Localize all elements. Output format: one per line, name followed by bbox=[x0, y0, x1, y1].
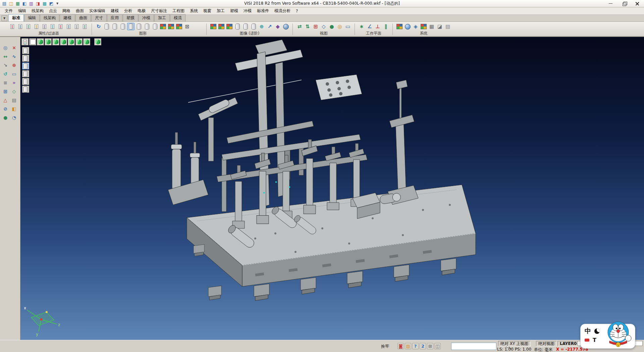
dock-tool-icon[interactable]: ◔ bbox=[10, 114, 18, 122]
dock-tool-icon[interactable]: ⊕ bbox=[10, 61, 18, 69]
ribbon-icon[interactable] bbox=[226, 23, 233, 30]
ribbon-icon[interactable]: ∗ bbox=[358, 23, 365, 30]
ribbon-icon[interactable]: ⊠ bbox=[183, 23, 191, 30]
menu-item[interactable]: 文件 bbox=[2, 7, 15, 14]
ribbon-icon[interactable] bbox=[33, 23, 40, 30]
layer-status[interactable]: LAYER0 bbox=[557, 341, 579, 346]
quick-access-icon[interactable]: ◨ bbox=[35, 1, 41, 7]
quick-access-icon[interactable]: ◫ bbox=[8, 1, 14, 7]
ribbon-icon[interactable] bbox=[175, 23, 183, 30]
ribbon-tab[interactable]: 编辑 bbox=[24, 14, 40, 21]
ribbon-icon[interactable]: ● bbox=[328, 23, 335, 30]
view-cube-icon[interactable] bbox=[94, 38, 101, 45]
ribbon-icon[interactable]: ◪ bbox=[436, 23, 443, 30]
menu-item[interactable]: 冲模 bbox=[241, 7, 254, 14]
ribbon-icon[interactable]: ▭ bbox=[344, 23, 352, 30]
model-tool-icon[interactable] bbox=[22, 55, 29, 62]
chevron-down-icon[interactable]: ▼ bbox=[55, 2, 60, 5]
view-cube-icon[interactable] bbox=[52, 38, 59, 45]
view-cube-icon[interactable] bbox=[83, 38, 90, 45]
ribbon-icon[interactable] bbox=[81, 23, 89, 30]
ribbon-icon[interactable] bbox=[396, 23, 403, 30]
ribbon-icon[interactable]: ⊕ bbox=[258, 23, 265, 30]
menu-item[interactable]: 编辑 bbox=[15, 7, 29, 14]
moon-icon[interactable] bbox=[594, 328, 600, 334]
menu-item[interactable]: 曲面 bbox=[73, 7, 87, 14]
menu-item[interactable]: ? bbox=[293, 8, 301, 14]
menu-item[interactable]: 标准件 bbox=[254, 7, 272, 14]
dock-tool-icon[interactable]: ∿ bbox=[10, 52, 18, 60]
ribbon-icon[interactable] bbox=[25, 23, 32, 30]
menu-item[interactable]: 分析 bbox=[121, 7, 135, 14]
dock-tool-icon[interactable]: ▭ bbox=[10, 70, 18, 78]
ribbon-tab[interactable]: 加工 bbox=[154, 14, 170, 21]
workplane-status[interactable]: 绝对 XY 上视图 bbox=[498, 341, 531, 346]
menu-item[interactable]: 实体编辑 bbox=[87, 7, 108, 14]
ribbon-tab[interactable]: 冲模 bbox=[139, 14, 154, 21]
view-cube-icon[interactable] bbox=[29, 38, 36, 45]
ribbon-icon[interactable] bbox=[218, 23, 225, 30]
model-tool-icon[interactable] bbox=[22, 70, 29, 77]
ribbon-icon[interactable]: ◎ bbox=[336, 23, 343, 30]
ime-text-tool[interactable]: T bbox=[593, 337, 596, 343]
minimize-button[interactable] bbox=[604, 0, 617, 7]
ribbon-tab[interactable]: 尺寸 bbox=[91, 14, 107, 21]
ribbon-icon[interactable] bbox=[151, 23, 159, 30]
dock-tool-icon[interactable]: ≡ bbox=[1, 79, 9, 87]
ime-language-toggle[interactable]: 中 bbox=[585, 327, 591, 336]
ribbon-icon[interactable]: ↗ bbox=[266, 23, 273, 30]
menu-item[interactable]: 模流分析 bbox=[272, 7, 293, 14]
ribbon-icon[interactable] bbox=[210, 23, 217, 30]
dock-tool-icon[interactable]: ● bbox=[1, 114, 9, 122]
ribbon-icon[interactable] bbox=[135, 23, 143, 30]
ribbon-icon[interactable] bbox=[73, 23, 80, 30]
menu-item[interactable]: 建模 bbox=[108, 7, 121, 14]
ribbon-icon[interactable]: ◆ bbox=[274, 23, 281, 30]
quick-access-icon[interactable]: ◩ bbox=[48, 1, 54, 7]
view-cube-icon[interactable] bbox=[37, 38, 44, 45]
ribbon-icon[interactable] bbox=[420, 23, 427, 30]
ribbon-icon[interactable]: ⊞ bbox=[312, 23, 319, 30]
ribbon-icon[interactable] bbox=[49, 23, 56, 30]
menu-item[interactable]: 系统 bbox=[187, 7, 201, 14]
quick-access-icon[interactable]: ◧ bbox=[21, 1, 28, 7]
view-cube-icon[interactable] bbox=[21, 38, 29, 45]
ribbon-icon[interactable] bbox=[404, 23, 411, 30]
menu-item[interactable]: 工程图 bbox=[170, 7, 187, 14]
view-cube-icon[interactable] bbox=[60, 38, 67, 45]
dock-tool-icon[interactable]: △ bbox=[1, 96, 9, 104]
ribbon-icon[interactable] bbox=[65, 23, 72, 30]
ribbon-icon[interactable] bbox=[167, 23, 175, 30]
model-tool-icon[interactable] bbox=[22, 47, 29, 54]
model-tool-icon[interactable] bbox=[22, 86, 29, 93]
ribbon-tab[interactable]: 塑膜 bbox=[123, 14, 138, 21]
ribbon-icon[interactable]: ↻ bbox=[95, 23, 102, 30]
ribbon-icon[interactable] bbox=[103, 23, 110, 30]
viewport-3d[interactable]: x y z bbox=[20, 37, 644, 340]
ribbon-icon[interactable]: ▨ bbox=[444, 23, 451, 30]
model-tool-icon[interactable] bbox=[22, 78, 29, 85]
view-status[interactable]: 绝对视图 bbox=[536, 341, 557, 346]
dock-tool-icon[interactable]: ▤ bbox=[10, 96, 18, 104]
model-tool-icon[interactable] bbox=[22, 62, 29, 70]
ime-tool-icon[interactable] bbox=[585, 339, 589, 342]
ribbon-icon[interactable]: ⇄ bbox=[296, 23, 303, 30]
view-cube-icon[interactable] bbox=[68, 38, 75, 45]
ribbon-tab[interactable]: 应用 bbox=[107, 14, 122, 21]
ribbon-icon[interactable]: ∥ bbox=[382, 23, 389, 30]
status-tool-icon[interactable]: ? bbox=[412, 343, 419, 349]
dock-tool-icon[interactable]: ◎ bbox=[1, 44, 9, 52]
ribbon-icon[interactable] bbox=[17, 23, 24, 30]
ribbon-icon[interactable] bbox=[41, 23, 48, 30]
ribbon-icon[interactable] bbox=[159, 23, 167, 30]
ribbon-tab[interactable]: 线架构 bbox=[40, 14, 59, 21]
ribbon-icon[interactable] bbox=[242, 23, 249, 30]
ribbon-icon[interactable]: ⊥ bbox=[374, 23, 381, 30]
close-button[interactable] bbox=[631, 0, 644, 7]
view-cube-icon[interactable] bbox=[75, 38, 83, 45]
ribbon-icon[interactable]: ⇅ bbox=[304, 23, 311, 30]
dock-tool-icon[interactable]: ◇ bbox=[10, 87, 18, 95]
restore-button[interactable] bbox=[617, 0, 631, 7]
view-cube-icon[interactable] bbox=[45, 38, 52, 45]
quick-access-icon[interactable]: ▦ bbox=[15, 1, 21, 7]
